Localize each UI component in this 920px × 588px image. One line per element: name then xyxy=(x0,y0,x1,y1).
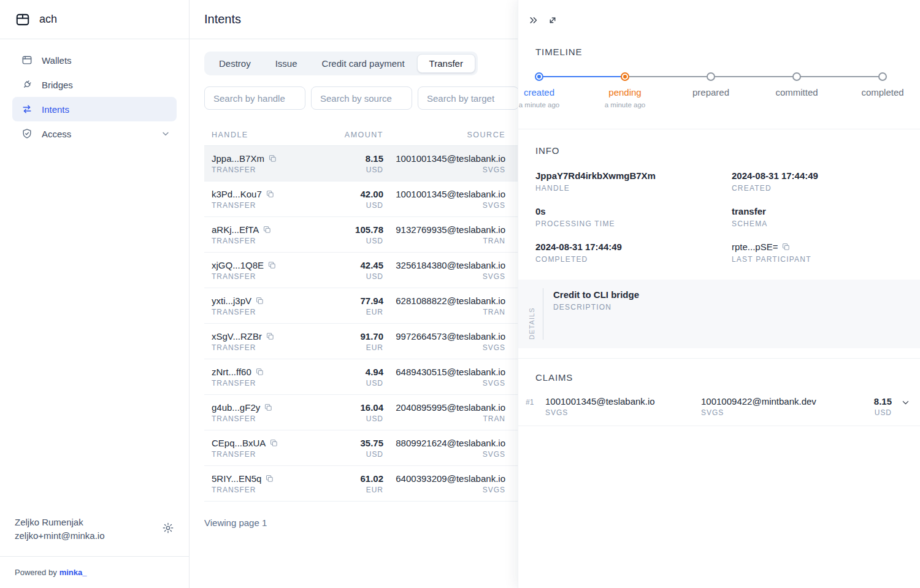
intent-currency: USD xyxy=(316,414,383,423)
tab-destroy[interactable]: Destroy xyxy=(207,54,263,73)
sidebar-item-intents[interactable]: Intents xyxy=(12,97,177,121)
timeline-heading: TIMELINE xyxy=(535,47,920,57)
claim-currency: USD xyxy=(843,408,892,417)
copy-icon[interactable] xyxy=(266,189,275,199)
description-value: Credit to CLI bridge xyxy=(553,289,639,300)
info-label: PROCESSING TIME xyxy=(535,220,732,228)
app-name: ach xyxy=(39,13,57,26)
intent-source-wallet: SVGS xyxy=(383,486,505,494)
sidebar-item-label: Wallets xyxy=(42,55,72,66)
sidebar-item-wallets[interactable]: Wallets xyxy=(12,48,177,72)
minka-brand-link[interactable]: minka_ xyxy=(59,568,87,577)
table-header: HANDLE AMOUNT SOURCE xyxy=(204,124,518,146)
timeline-dot-completed xyxy=(878,72,887,81)
intent-handle: 5RIY...EN5q xyxy=(212,473,261,484)
intent-type: TRANSFER xyxy=(212,237,316,245)
collapse-panel-icon[interactable] xyxy=(528,15,539,26)
intent-source: 2040895995@teslabank.io xyxy=(383,402,505,413)
claim-row[interactable]: #1 1001001345@teslabank.io SVGS 10010094… xyxy=(518,391,920,426)
copy-icon[interactable] xyxy=(265,474,274,483)
info-heading: INFO xyxy=(535,145,920,156)
copy-icon[interactable] xyxy=(255,367,264,376)
intents-table: HANDLE AMOUNT SOURCE Jppa...B7XmTRANSFER… xyxy=(204,124,518,502)
info-field-handle: JppaY7Rd4irkbXwmgB7Xm HANDLE xyxy=(535,170,732,193)
copy-icon[interactable] xyxy=(255,296,264,305)
wallet-icon xyxy=(21,54,33,66)
powered-by-label: Powered by xyxy=(15,568,57,577)
table-row[interactable]: 5RIY...EN5qTRANSFER 61.02EUR 6400393209@… xyxy=(204,466,518,502)
info-label: LAST PARTICIPANT xyxy=(732,255,903,264)
table-row[interactable]: Jppa...B7XmTRANSFER 8.15USD 1001001345@t… xyxy=(204,146,518,181)
intent-source-wallet: TRAN xyxy=(383,237,505,245)
intent-handle: g4ub...gF2y xyxy=(212,402,260,413)
intent-type: TRANSFER xyxy=(212,379,316,388)
table-row[interactable]: k3Pd...Kou7TRANSFER 42.00USD 1001001345@… xyxy=(204,181,518,217)
shield-check-icon xyxy=(21,128,33,140)
timeline-dot-created xyxy=(535,72,543,81)
timeline-step-time: a minute ago xyxy=(519,101,560,109)
description-label: DESCRIPTION xyxy=(553,303,639,311)
table-row[interactable]: xSgV...RZBrTRANSFER 91.70EUR 9972664573@… xyxy=(204,324,518,359)
timeline-connector-done xyxy=(539,76,625,77)
table-row[interactable]: xjGQ...1Q8ETRANSFER 42.45USD 3256184380@… xyxy=(204,253,518,288)
intent-currency: EUR xyxy=(316,343,383,352)
timeline-step-label: committed xyxy=(775,87,818,97)
copy-icon[interactable] xyxy=(267,261,277,270)
info-value: rpte...pSE= xyxy=(732,242,778,252)
table-row[interactable]: g4ub...gF2yTRANSFER 16.04USD 2040895995@… xyxy=(204,395,518,430)
timeline-step-label: created xyxy=(524,87,554,97)
expand-panel-icon[interactable] xyxy=(547,15,558,26)
sidebar: ach Wallets Bridges xyxy=(0,0,190,588)
table-row[interactable]: zNrt...ff60TRANSFER 4.94USD 6489430515@t… xyxy=(204,359,518,395)
details-band: DETAILS Credit to CLI bridge DESCRIPTION xyxy=(518,280,920,348)
info-field-schema: transfer SCHEMA xyxy=(732,206,903,228)
timeline-step-label: prepared xyxy=(692,87,729,97)
intent-source: 6400393209@teslabank.io xyxy=(383,473,505,484)
info-field-created: 2024-08-31 17:44:49 CREATED xyxy=(732,170,903,193)
copy-icon[interactable] xyxy=(781,242,791,251)
intent-amount: 42.45 xyxy=(316,260,383,270)
tab-credit-card-payment[interactable]: Credit card payment xyxy=(310,54,417,73)
info-field-last-participant: rpte...pSE= LAST PARTICIPANT xyxy=(732,242,903,264)
search-by-handle-input[interactable] xyxy=(204,86,305,110)
table-row[interactable]: yxti...j3pVTRANSFER 77.94EUR 6281088822@… xyxy=(204,288,518,324)
intent-handle: k3Pd...Kou7 xyxy=(212,189,262,199)
search-by-source-input[interactable] xyxy=(311,86,412,110)
search-by-target-input[interactable] xyxy=(418,86,519,110)
timeline-dot-pending xyxy=(621,72,629,81)
intent-type: TRANSFER xyxy=(212,343,316,352)
intent-timeline: created a minute ago pending a minute ag… xyxy=(535,72,903,113)
sidebar-item-access[interactable]: Access xyxy=(12,121,177,146)
app-window: ach Wallets Bridges xyxy=(0,0,920,588)
timeline-dot-committed xyxy=(792,72,801,81)
chevron-down-icon[interactable] xyxy=(892,396,910,417)
copy-icon[interactable] xyxy=(264,403,273,412)
copy-icon[interactable] xyxy=(263,225,272,234)
transfer-arrows-icon xyxy=(21,103,33,115)
intent-type: TRANSFER xyxy=(212,450,316,459)
copy-icon[interactable] xyxy=(268,154,277,163)
intent-amount: 4.94 xyxy=(316,367,383,377)
info-value: JppaY7Rd4irkbXwmgB7Xm xyxy=(535,170,732,181)
timeline-dot-prepared xyxy=(707,72,715,81)
copy-icon[interactable] xyxy=(266,332,275,341)
sidebar-item-label: Intents xyxy=(42,104,69,115)
intent-source: 9972664573@teslabank.io xyxy=(383,331,505,342)
tab-transfer[interactable]: Transfer xyxy=(417,54,475,73)
intent-detail-panel: TIMELINE created a minute ago pending a … xyxy=(518,0,920,588)
intent-source-wallet: SVGS xyxy=(383,379,505,388)
table-row[interactable]: aRKj...EfTATRANSFER 105.78USD 9132769935… xyxy=(204,217,518,253)
intent-source: 3256184380@teslabank.io xyxy=(383,260,505,270)
gear-icon[interactable] xyxy=(162,522,174,534)
chevron-down-icon xyxy=(161,129,171,139)
column-header-amount: AMOUNT xyxy=(316,131,383,139)
tab-issue[interactable]: Issue xyxy=(263,54,310,73)
intent-source-wallet: SVGS xyxy=(383,201,505,210)
intent-currency: USD xyxy=(316,450,383,459)
copy-icon[interactable] xyxy=(269,438,278,448)
intent-currency: USD xyxy=(316,166,383,174)
table-row[interactable]: CEpq...BxUATRANSFER 35.75USD 8809921624@… xyxy=(204,430,518,466)
sidebar-item-bridges[interactable]: Bridges xyxy=(12,72,177,97)
details-content: Credit to CLI bridge DESCRIPTION xyxy=(543,280,639,348)
info-value: 0s xyxy=(535,206,732,216)
